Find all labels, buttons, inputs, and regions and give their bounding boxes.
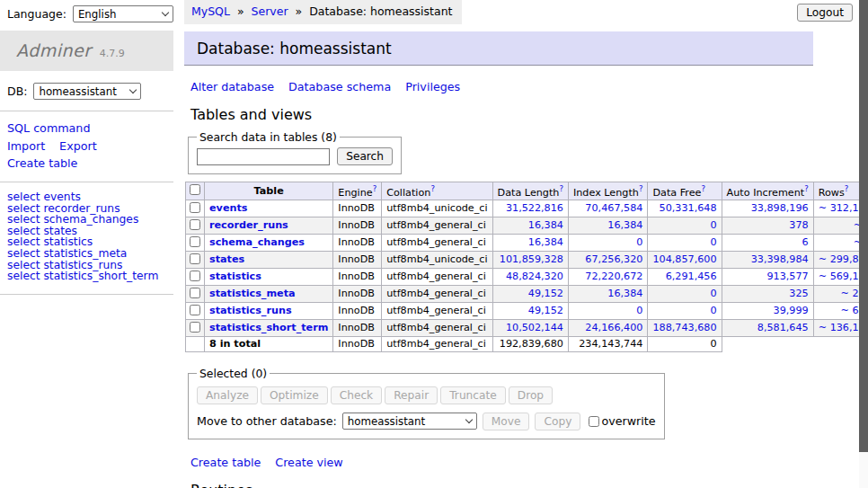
table-link-events[interactable]: events	[209, 202, 247, 214]
language-select[interactable]: English	[73, 5, 173, 22]
table-link-schema-changes[interactable]: schema_changes	[209, 236, 305, 248]
auto-increment-link[interactable]: 8,581,645	[757, 322, 809, 333]
data-free-link[interactable]: 0	[710, 236, 716, 248]
check-button[interactable]: Check	[331, 386, 383, 404]
table-link-statistics-short-term[interactable]: statistics_short_term	[209, 322, 328, 333]
sidebar-link-select-schema-changes[interactable]: select schema_changes	[7, 214, 166, 226]
column-hint-link[interactable]: ?	[373, 184, 377, 193]
column-hint-link[interactable]: ?	[804, 184, 809, 193]
search-input[interactable]	[197, 148, 330, 165]
search-fieldset: Search data in tables (8) Search	[188, 130, 402, 174]
table-row-schema-changes: schema_changesInnoDButf8mb4_general_ci16…	[186, 234, 868, 251]
auto-increment-link[interactable]: 325	[789, 288, 808, 299]
data-length-link[interactable]: 16,384	[528, 219, 563, 231]
row-checkbox[interactable]	[190, 271, 200, 281]
sidebar-action-import[interactable]: Import	[7, 138, 45, 155]
auto-increment-cell: 33,898,196	[722, 200, 813, 217]
row-checkbox[interactable]	[190, 202, 200, 213]
analyze-button[interactable]: Analyze	[197, 386, 258, 404]
link-create-table[interactable]: Create table	[190, 456, 261, 469]
column-hint-link[interactable]: ?	[430, 184, 435, 193]
move-db-select[interactable]: homeassistant	[342, 413, 477, 430]
index-length-link[interactable]: 16,384	[607, 219, 642, 231]
row-checkbox[interactable]	[190, 236, 200, 247]
search-button[interactable]: Search	[337, 147, 393, 165]
column-header-collation: Collation?	[382, 182, 492, 200]
row-checkbox[interactable]	[190, 322, 200, 333]
collation-cell: utf8mb4_unicode_ci	[382, 200, 492, 217]
sidebar-link-select-statistics-short-term[interactable]: select statistics_short_term	[7, 271, 166, 282]
sidebar-action-sql-command[interactable]: SQL command	[7, 120, 90, 138]
data-free-link[interactable]: 0	[710, 288, 716, 299]
scrollbar[interactable]	[859, 0, 868, 488]
link-database-schema[interactable]: Database schema	[288, 80, 391, 93]
table-link-recorder-runs[interactable]: recorder_runs	[209, 219, 288, 231]
table-link-statistics-runs[interactable]: statistics_runs	[209, 305, 292, 316]
table-link-statistics[interactable]: statistics	[209, 271, 261, 282]
link-alter-database[interactable]: Alter database	[190, 80, 274, 93]
auto-increment-link[interactable]: 39,999	[774, 305, 809, 316]
index-length-link[interactable]: 70,467,584	[585, 202, 642, 214]
breadcrumb-link-mysql[interactable]: MySQL	[191, 4, 230, 18]
sidebar-link-select-events[interactable]: select events	[7, 191, 166, 203]
auto-increment-link[interactable]: 913,577	[766, 271, 808, 282]
data-free-link[interactable]: 104,857,600	[652, 253, 716, 265]
row-checkbox[interactable]	[190, 253, 200, 264]
column-hint-link[interactable]: ?	[559, 184, 563, 193]
index-length-link[interactable]: 67,256,320	[585, 253, 642, 265]
select-all-checkbox[interactable]	[190, 184, 200, 195]
data-length-link[interactable]: 49,152	[528, 288, 563, 299]
column-hint-link[interactable]: ?	[639, 184, 643, 193]
sidebar-link-select-statistics-meta[interactable]: select statistics_meta	[7, 248, 166, 260]
table-link-states[interactable]: states	[209, 253, 244, 265]
drop-button[interactable]: Drop	[509, 386, 553, 404]
data-length-link[interactable]: 49,152	[528, 305, 563, 316]
db-select[interactable]: homeassistant	[33, 83, 141, 100]
data-free-link[interactable]: 0	[710, 219, 716, 231]
table-name-cell: statistics_runs	[205, 302, 333, 319]
column-hint-link[interactable]: ?	[845, 184, 849, 193]
index-length-link[interactable]: 0	[636, 236, 642, 248]
app-version: 4.7.9	[100, 48, 125, 59]
column-hint-link[interactable]: ?	[701, 184, 705, 193]
data-length-link[interactable]: 10,502,144	[506, 322, 563, 333]
data-free-cell: 0	[648, 217, 722, 234]
scrollbar-thumb[interactable]	[859, 0, 868, 452]
auto-increment-link[interactable]: 6	[802, 236, 809, 248]
breadcrumb-current: Database: homeassistant	[309, 4, 452, 18]
truncate-button[interactable]: Truncate	[440, 386, 506, 404]
auto-increment-link[interactable]: 33,398,984	[751, 253, 809, 265]
index-length-link[interactable]: 72,220,672	[585, 271, 642, 282]
index-length-cell: 67,256,320	[568, 251, 647, 268]
breadcrumb-link-server[interactable]: Server	[252, 4, 288, 18]
db-label: DB:	[7, 84, 27, 98]
data-length-link[interactable]: 101,859,328	[500, 253, 563, 265]
overwrite-checkbox[interactable]	[589, 416, 599, 427]
data-free-link[interactable]: 188,743,680	[652, 322, 716, 333]
move-button[interactable]: Move	[483, 413, 530, 430]
table-row-events: eventsInnoDButf8mb4_unicode_ci31,522,816…	[186, 200, 868, 217]
data-length-link[interactable]: 16,384	[528, 236, 563, 248]
repair-button[interactable]: Repair	[385, 386, 438, 404]
optimize-button[interactable]: Optimize	[261, 386, 328, 404]
index-length-link[interactable]: 16,384	[607, 288, 642, 299]
copy-button[interactable]: Copy	[535, 413, 580, 430]
row-checkbox[interactable]	[190, 219, 200, 230]
data-free-link[interactable]: 0	[710, 305, 716, 316]
link-create-view[interactable]: Create view	[275, 456, 342, 469]
data-length-cell: 49,152	[492, 285, 568, 302]
sidebar-action-export[interactable]: Export	[59, 138, 97, 155]
data-length-link[interactable]: 48,824,320	[506, 271, 563, 282]
auto-increment-link[interactable]: 33,898,196	[751, 202, 809, 214]
data-length-link[interactable]: 31,522,816	[506, 202, 563, 214]
sidebar-action-create-table[interactable]: Create table	[7, 155, 77, 173]
row-checkbox[interactable]	[190, 288, 200, 298]
data-free-link[interactable]: 50,331,648	[660, 202, 717, 214]
index-length-link[interactable]: 24,166,400	[585, 322, 642, 333]
link-privileges[interactable]: Privileges	[405, 80, 460, 93]
table-link-statistics-meta[interactable]: statistics_meta	[209, 288, 296, 299]
index-length-link[interactable]: 0	[636, 305, 642, 316]
data-free-link[interactable]: 6,291,456	[666, 271, 717, 282]
auto-increment-link[interactable]: 378	[789, 219, 808, 231]
row-checkbox[interactable]	[190, 305, 200, 315]
